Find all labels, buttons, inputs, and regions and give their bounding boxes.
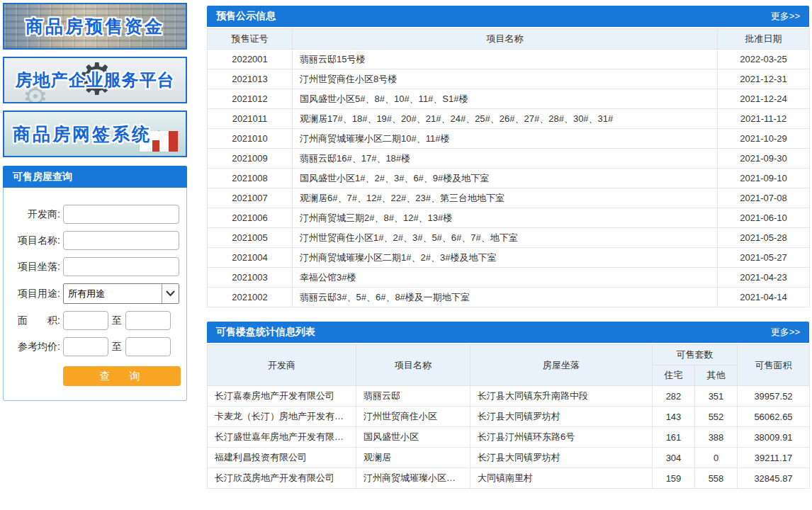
approval-date: 2021-05-28 bbox=[718, 228, 810, 248]
units-residential: 161 bbox=[653, 427, 695, 448]
banner-online-signing-label: 商品房网签系统 bbox=[13, 123, 152, 146]
presale-cert-no: 2021012 bbox=[208, 89, 293, 109]
sellable-area: 56062.65 bbox=[738, 407, 810, 427]
location: 长汀县大同镇东升南路中段 bbox=[470, 386, 653, 407]
developer: 长汀嘉泰房地产开发有限公司 bbox=[208, 386, 356, 407]
stats-panel: 可售楼盘统计信息列表 更多>> 开发商 项目名称 房屋坐落 可售套数 可售面积 … bbox=[207, 322, 809, 489]
stats-table: 开发商 项目名称 房屋坐落 可售套数 可售面积 住宅 其他 长汀嘉泰房地产开发有… bbox=[207, 344, 810, 489]
presale-cert-no: 2021007 bbox=[208, 188, 293, 208]
query-panel: 可售房屋查询 开发商: 项目名称: 项目坐落: 项目用途: 所有用途 bbox=[3, 166, 187, 401]
approval-date: 2021-06-10 bbox=[718, 208, 810, 228]
developer: 长汀欣茂房地产开发有限公司 bbox=[208, 468, 356, 489]
presale-panel-header: 预售公示信息 更多>> bbox=[207, 6, 809, 27]
table-row: 2021007观澜居6#、7#、12#、22#、23#、第三台地地下室2021-… bbox=[208, 188, 810, 208]
stats-col-project: 项目名称 bbox=[356, 345, 470, 386]
presale-cert-no: 2021008 bbox=[208, 169, 293, 188]
project-name: 汀州世贸商住小区8号楼 bbox=[293, 69, 718, 89]
stats-panel-header: 可售楼盘统计信息列表 更多>> bbox=[207, 322, 809, 343]
presale-table: 预售证号 项目名称 批准日期 2022001翡丽云邸15号楼2022-03-25… bbox=[207, 28, 810, 307]
price-min-input[interactable] bbox=[63, 337, 108, 356]
presale-cert-no: 2021005 bbox=[208, 228, 293, 248]
table-row: 2022001翡丽云邸15号楼2022-03-25 bbox=[208, 50, 810, 69]
presale-cert-no: 2022001 bbox=[208, 50, 293, 69]
presale-more-link[interactable]: 更多>> bbox=[771, 10, 800, 23]
table-row: 2021008国风盛世小区1#、2#、3#、6#、9#楼及地下室2021-09-… bbox=[208, 169, 810, 188]
project-name: 国风盛世小区5#、8#、10#、11#、S1#楼 bbox=[293, 89, 718, 109]
approval-date: 2021-07-08 bbox=[718, 188, 810, 208]
banner-enterprise-platform[interactable]: ⚙ ⚙ 房地产企业服务平台 bbox=[3, 57, 187, 103]
presale-table-body: 2022001翡丽云邸15号楼2022-03-252021013汀州世贸商住小区… bbox=[208, 50, 810, 307]
table-row: 2021004汀州商贸城璀璨小区二期1#、2#、3#楼及地下室2021-05-2… bbox=[208, 248, 810, 268]
price-to-label: 至 bbox=[112, 341, 122, 353]
main-content: 预售公示信息 更多>> 预售证号 项目名称 批准日期 2022001翡丽云邸15… bbox=[207, 6, 809, 489]
units-other: 388 bbox=[695, 427, 738, 448]
stats-more-link[interactable]: 更多>> bbox=[771, 326, 800, 339]
presale-panel-title: 预售公示信息 bbox=[216, 10, 276, 23]
project-name: 汀州商贸城三期2#、8#、12#、13#楼 bbox=[293, 208, 718, 228]
area-min-input[interactable] bbox=[63, 311, 108, 330]
presale-cert-no: 2021006 bbox=[208, 208, 293, 228]
banner-presale-funds[interactable]: 商品房预售资金 bbox=[3, 3, 187, 50]
sellable-area: 38009.91 bbox=[738, 427, 810, 448]
table-row: 2021011观澜居17#、18#、19#、20#、21#、24#、25#、26… bbox=[208, 109, 810, 129]
approval-date: 2021-05-27 bbox=[718, 248, 810, 268]
price-label: 参考均价: bbox=[6, 341, 63, 353]
developer-label: 开发商: bbox=[6, 208, 63, 221]
table-row: 2021006汀州商贸城三期2#、8#、12#、13#楼2021-06-10 bbox=[208, 208, 810, 228]
project-name: 国风盛世小区1#、2#、3#、6#、9#楼及地下室 bbox=[293, 169, 718, 188]
presale-cert-no: 2021013 bbox=[208, 69, 293, 89]
presale-cert-no: 2021010 bbox=[208, 129, 293, 149]
banner-online-signing[interactable]: 商品房网签系统 bbox=[3, 110, 187, 157]
units-residential: 143 bbox=[653, 407, 695, 427]
approval-date: 2021-10-29 bbox=[718, 129, 810, 149]
presale-col-cert-no: 预售证号 bbox=[208, 29, 293, 50]
table-row: 长汀嘉泰房地产开发有限公司翡丽云邸长汀县大同镇东升南路中段28235139957… bbox=[208, 386, 810, 407]
stats-table-body: 长汀嘉泰房地产开发有限公司翡丽云邸长汀县大同镇东升南路中段28235139957… bbox=[208, 386, 810, 489]
table-row: 长汀盛世嘉年房地产开发有限公司国风盛世小区长汀县汀州镇环东路6号16138838… bbox=[208, 427, 810, 448]
banner-enterprise-platform-label: 房地产企业服务平台 bbox=[16, 69, 175, 91]
usage-select[interactable]: 所有用途 bbox=[63, 283, 179, 304]
area-max-input[interactable] bbox=[125, 311, 171, 330]
units-residential: 282 bbox=[653, 386, 695, 407]
project-location-input[interactable] bbox=[63, 257, 179, 276]
area-label: 面 积: bbox=[6, 314, 63, 327]
units-other: 558 bbox=[695, 468, 738, 489]
developer-input[interactable] bbox=[63, 205, 179, 224]
table-row: 福建利昌投资有限公司观澜居长汀县大同镇罗坊村304039211.17 bbox=[208, 448, 810, 468]
table-row: 长汀欣茂房地产开发有限公司汀州商贸城璀璨小区二期大同镇南里村1595583284… bbox=[208, 468, 810, 489]
approval-date: 2021-12-31 bbox=[718, 69, 810, 89]
developer: 长汀盛世嘉年房地产开发有限公司 bbox=[208, 427, 356, 448]
table-row: 2021013汀州世贸商住小区8号楼2021-12-31 bbox=[208, 69, 810, 89]
sellable-area: 39957.52 bbox=[738, 386, 810, 407]
query-button[interactable]: 查 询 bbox=[63, 366, 181, 386]
units-residential: 304 bbox=[653, 448, 695, 468]
stats-col-area: 可售面积 bbox=[738, 345, 810, 386]
stats-col-other: 其他 bbox=[695, 366, 738, 386]
presale-panel: 预售公示信息 更多>> 预售证号 项目名称 批准日期 2022001翡丽云邸15… bbox=[207, 6, 809, 307]
project-name: 观澜居 bbox=[356, 448, 470, 468]
location: 长汀县汀州镇环东路6号 bbox=[470, 427, 653, 448]
project-name-input[interactable] bbox=[63, 231, 179, 250]
project-name: 翡丽云邸15号楼 bbox=[293, 50, 718, 69]
presale-cert-no: 2021002 bbox=[208, 288, 293, 307]
location: 大同镇南里村 bbox=[470, 468, 653, 489]
query-form: 开发商: 项目名称: 项目坐落: 项目用途: 所有用途 bbox=[3, 188, 187, 401]
project-name: 翡丽云邸3#、5#、6#、8#楼及一期地下室 bbox=[293, 288, 718, 307]
project-usage-label: 项目用途: bbox=[6, 288, 63, 300]
stats-panel-title: 可售楼盘统计信息列表 bbox=[216, 326, 315, 339]
project-name: 汀州商贸城璀璨小区二期1#、2#、3#楼及地下室 bbox=[293, 248, 718, 268]
banner-presale-funds-label: 商品房预售资金 bbox=[26, 15, 164, 38]
presale-cert-no: 2021003 bbox=[208, 268, 293, 288]
project-name: 观澜居17#、18#、19#、20#、21#、24#、25#、26#、27#、2… bbox=[293, 109, 718, 129]
approval-date: 2021-11-12 bbox=[718, 109, 810, 129]
table-row: 2021005汀州世贸商住小区1#、2#、3#、5#、6#、7#、地下室2021… bbox=[208, 228, 810, 248]
presale-col-project-name: 项目名称 bbox=[293, 29, 718, 50]
table-row: 2021012国风盛世小区5#、8#、10#、11#、S1#楼2021-12-2… bbox=[208, 89, 810, 109]
price-max-input[interactable] bbox=[125, 337, 171, 356]
stats-col-developer: 开发商 bbox=[208, 345, 356, 386]
approval-date: 2022-03-25 bbox=[718, 50, 810, 69]
project-name-label: 项目名称: bbox=[6, 234, 63, 247]
sidebar: 商品房预售资金 ⚙ ⚙ 房地产企业服务平台 商品房网签系统 可售房屋查询 开发商… bbox=[3, 3, 187, 401]
approval-date: 2021-09-30 bbox=[718, 149, 810, 169]
stats-col-units-group: 可售套数 bbox=[653, 345, 738, 366]
